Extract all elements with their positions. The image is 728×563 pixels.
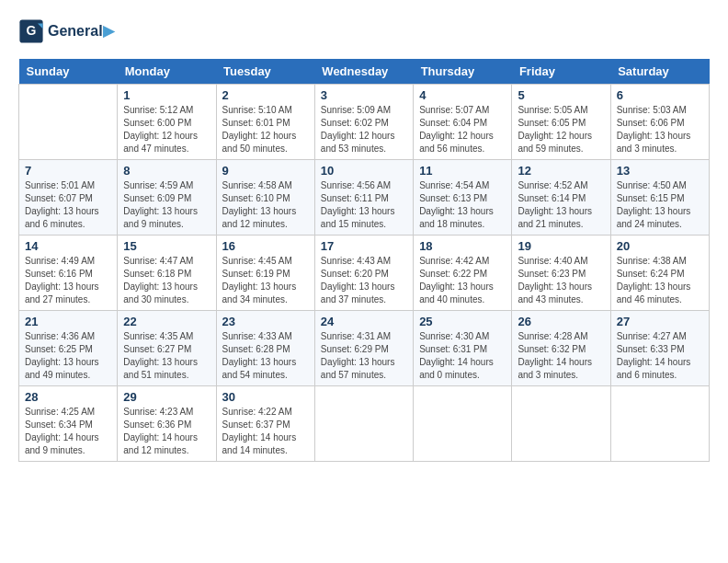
- day-number: 11: [419, 164, 506, 178]
- day-number: 6: [617, 88, 703, 102]
- calendar-cell: [610, 386, 709, 462]
- day-info: Sunrise: 5:07 AM Sunset: 6:04 PM Dayligh…: [419, 104, 506, 155]
- page-header: G General▶: [18, 18, 710, 44]
- day-number: 28: [25, 390, 111, 404]
- logo-icon: G: [18, 18, 44, 44]
- day-info: Sunrise: 4:42 AM Sunset: 6:22 PM Dayligh…: [419, 255, 506, 306]
- column-header-thursday: Thursday: [414, 59, 512, 85]
- calendar-cell: [314, 386, 413, 462]
- calendar-cell: 11Sunrise: 4:54 AM Sunset: 6:13 PM Dayli…: [414, 160, 512, 236]
- day-number: 9: [222, 164, 309, 178]
- day-info: Sunrise: 4:59 AM Sunset: 6:09 PM Dayligh…: [123, 179, 210, 231]
- day-info: Sunrise: 5:03 AM Sunset: 6:06 PM Dayligh…: [617, 104, 703, 155]
- day-info: Sunrise: 4:28 AM Sunset: 6:32 PM Dayligh…: [518, 330, 604, 382]
- day-info: Sunrise: 4:50 AM Sunset: 6:15 PM Dayligh…: [617, 179, 703, 231]
- column-header-friday: Friday: [512, 59, 610, 85]
- day-number: 5: [518, 88, 604, 102]
- day-number: 17: [321, 239, 407, 253]
- calendar-cell: [512, 386, 610, 462]
- day-info: Sunrise: 4:30 AM Sunset: 6:31 PM Dayligh…: [419, 330, 506, 382]
- calendar-week-row: 28Sunrise: 4:25 AM Sunset: 6:34 PM Dayli…: [19, 386, 710, 462]
- day-info: Sunrise: 4:54 AM Sunset: 6:13 PM Dayligh…: [419, 179, 506, 231]
- day-number: 30: [222, 390, 309, 404]
- calendar-cell: 4Sunrise: 5:07 AM Sunset: 6:04 PM Daylig…: [414, 85, 512, 160]
- day-info: Sunrise: 5:09 AM Sunset: 6:02 PM Dayligh…: [321, 104, 407, 155]
- day-info: Sunrise: 5:05 AM Sunset: 6:05 PM Dayligh…: [518, 104, 604, 155]
- calendar-cell: 13Sunrise: 4:50 AM Sunset: 6:15 PM Dayli…: [610, 160, 709, 236]
- day-number: 22: [123, 315, 210, 328]
- day-number: 16: [222, 239, 309, 253]
- day-number: 14: [25, 239, 111, 253]
- day-number: 18: [419, 239, 506, 253]
- day-number: 19: [518, 239, 604, 253]
- day-number: 3: [321, 88, 407, 102]
- day-info: Sunrise: 4:31 AM Sunset: 6:29 PM Dayligh…: [321, 330, 407, 382]
- calendar-cell: 6Sunrise: 5:03 AM Sunset: 6:06 PM Daylig…: [610, 85, 709, 160]
- day-number: 13: [617, 164, 703, 178]
- day-number: 8: [123, 164, 210, 178]
- day-number: 21: [25, 315, 111, 328]
- day-info: Sunrise: 5:12 AM Sunset: 6:00 PM Dayligh…: [123, 104, 210, 155]
- calendar-cell: 30Sunrise: 4:22 AM Sunset: 6:37 PM Dayli…: [216, 386, 314, 462]
- calendar-cell: 24Sunrise: 4:31 AM Sunset: 6:29 PM Dayli…: [314, 311, 413, 386]
- calendar-cell: 2Sunrise: 5:10 AM Sunset: 6:01 PM Daylig…: [216, 85, 314, 160]
- day-number: 2: [222, 88, 309, 102]
- day-number: 20: [617, 239, 703, 253]
- day-number: 10: [321, 164, 407, 178]
- day-info: Sunrise: 5:10 AM Sunset: 6:01 PM Dayligh…: [222, 104, 309, 155]
- calendar-cell: 26Sunrise: 4:28 AM Sunset: 6:32 PM Dayli…: [512, 311, 610, 386]
- calendar-cell: 16Sunrise: 4:45 AM Sunset: 6:19 PM Dayli…: [216, 236, 314, 311]
- day-info: Sunrise: 4:47 AM Sunset: 6:18 PM Dayligh…: [123, 255, 210, 306]
- calendar-cell: 14Sunrise: 4:49 AM Sunset: 6:16 PM Dayli…: [19, 236, 118, 311]
- calendar-cell: 8Sunrise: 4:59 AM Sunset: 6:09 PM Daylig…: [118, 160, 216, 236]
- calendar-header-row: SundayMondayTuesdayWednesdayThursdayFrid…: [19, 59, 710, 85]
- calendar-cell: 28Sunrise: 4:25 AM Sunset: 6:34 PM Dayli…: [19, 386, 118, 462]
- day-info: Sunrise: 4:33 AM Sunset: 6:28 PM Dayligh…: [222, 330, 309, 382]
- day-info: Sunrise: 4:38 AM Sunset: 6:24 PM Dayligh…: [617, 255, 703, 306]
- day-number: 12: [518, 164, 604, 178]
- calendar-cell: 18Sunrise: 4:42 AM Sunset: 6:22 PM Dayli…: [414, 236, 512, 311]
- calendar-cell: 1Sunrise: 5:12 AM Sunset: 6:00 PM Daylig…: [118, 85, 216, 160]
- logo: G General▶: [18, 18, 114, 44]
- day-info: Sunrise: 4:56 AM Sunset: 6:11 PM Dayligh…: [321, 179, 407, 231]
- calendar-cell: 23Sunrise: 4:33 AM Sunset: 6:28 PM Dayli…: [216, 311, 314, 386]
- logo-text-line1: General▶: [48, 23, 114, 40]
- calendar-cell: 10Sunrise: 4:56 AM Sunset: 6:11 PM Dayli…: [314, 160, 413, 236]
- column-header-monday: Monday: [118, 59, 216, 85]
- day-number: 29: [123, 390, 210, 404]
- day-info: Sunrise: 4:52 AM Sunset: 6:14 PM Dayligh…: [518, 179, 604, 231]
- day-info: Sunrise: 4:36 AM Sunset: 6:25 PM Dayligh…: [25, 330, 111, 382]
- day-info: Sunrise: 5:01 AM Sunset: 6:07 PM Dayligh…: [25, 179, 111, 231]
- calendar-week-row: 21Sunrise: 4:36 AM Sunset: 6:25 PM Dayli…: [19, 311, 710, 386]
- calendar-cell: 25Sunrise: 4:30 AM Sunset: 6:31 PM Dayli…: [414, 311, 512, 386]
- day-info: Sunrise: 4:49 AM Sunset: 6:16 PM Dayligh…: [25, 255, 111, 306]
- calendar-week-row: 1Sunrise: 5:12 AM Sunset: 6:00 PM Daylig…: [19, 85, 710, 160]
- day-number: 26: [518, 315, 604, 328]
- column-header-tuesday: Tuesday: [216, 59, 314, 85]
- day-info: Sunrise: 4:43 AM Sunset: 6:20 PM Dayligh…: [321, 255, 407, 306]
- day-info: Sunrise: 4:45 AM Sunset: 6:19 PM Dayligh…: [222, 255, 309, 306]
- calendar-cell: 17Sunrise: 4:43 AM Sunset: 6:20 PM Dayli…: [314, 236, 413, 311]
- calendar-cell: 3Sunrise: 5:09 AM Sunset: 6:02 PM Daylig…: [314, 85, 413, 160]
- column-header-sunday: Sunday: [19, 59, 118, 85]
- calendar-week-row: 14Sunrise: 4:49 AM Sunset: 6:16 PM Dayli…: [19, 236, 710, 311]
- day-info: Sunrise: 4:25 AM Sunset: 6:34 PM Dayligh…: [25, 406, 111, 457]
- calendar-cell: [19, 85, 118, 160]
- calendar-cell: 12Sunrise: 4:52 AM Sunset: 6:14 PM Dayli…: [512, 160, 610, 236]
- day-number: 7: [25, 164, 111, 178]
- calendar-week-row: 7Sunrise: 5:01 AM Sunset: 6:07 PM Daylig…: [19, 160, 710, 236]
- day-number: 23: [222, 315, 309, 328]
- day-number: 25: [419, 315, 506, 328]
- day-info: Sunrise: 4:23 AM Sunset: 6:36 PM Dayligh…: [123, 406, 210, 457]
- day-info: Sunrise: 4:40 AM Sunset: 6:23 PM Dayligh…: [518, 255, 604, 306]
- calendar-table: SundayMondayTuesdayWednesdayThursdayFrid…: [18, 59, 710, 462]
- calendar-cell: 19Sunrise: 4:40 AM Sunset: 6:23 PM Dayli…: [512, 236, 610, 311]
- day-number: 27: [617, 315, 703, 328]
- calendar-cell: 20Sunrise: 4:38 AM Sunset: 6:24 PM Dayli…: [610, 236, 709, 311]
- svg-text:G: G: [27, 23, 37, 38]
- calendar-cell: 22Sunrise: 4:35 AM Sunset: 6:27 PM Dayli…: [118, 311, 216, 386]
- day-number: 15: [123, 239, 210, 253]
- calendar-cell: 27Sunrise: 4:27 AM Sunset: 6:33 PM Dayli…: [610, 311, 709, 386]
- column-header-wednesday: Wednesday: [314, 59, 413, 85]
- day-info: Sunrise: 4:58 AM Sunset: 6:10 PM Dayligh…: [222, 179, 309, 231]
